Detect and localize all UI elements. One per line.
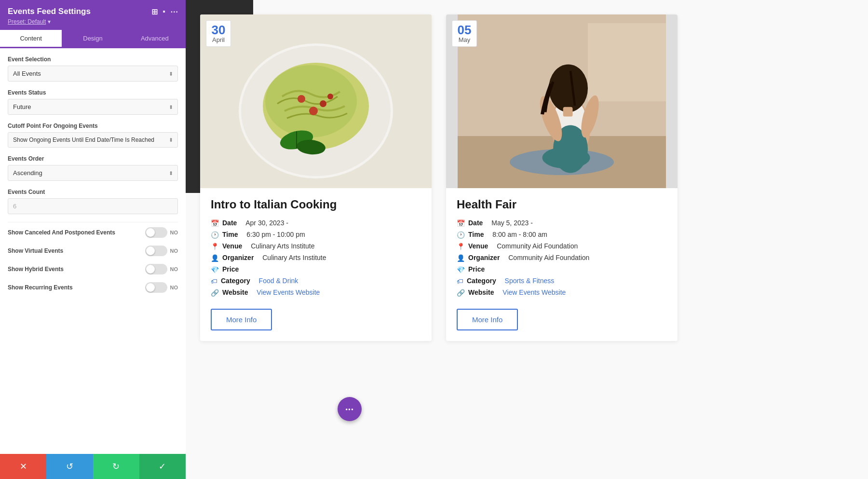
show-canceled-toggle[interactable]: NO	[145, 227, 178, 238]
event-image-1: 30 April	[200, 14, 432, 188]
date-value-1: Apr 30, 2023 -	[245, 219, 288, 227]
person-icon-2: 👤	[457, 254, 465, 262]
events-count-group: Events Count	[8, 189, 178, 214]
event-selection-select[interactable]: All Events Specific Events By Category	[8, 66, 178, 82]
event-title-2: Health Fair	[457, 198, 667, 211]
show-virtual-row: Show Virtual Events NO	[8, 246, 178, 256]
event-card-2: 05 May Health Fair 📅 Date May 5, 2023 - …	[446, 14, 678, 341]
date-month-2: May	[457, 36, 472, 43]
show-virtual-switch[interactable]	[145, 246, 167, 256]
event-detail-website-2: 🔗 Website View Events Website	[457, 288, 667, 297]
organizer-value-2: Community Aid Foundation	[508, 254, 589, 261]
category-link-1[interactable]: Food & Drink	[259, 277, 298, 285]
event-detail-category-1: 🏷 Category Food & Drink	[211, 277, 421, 285]
price-label-2: Price	[468, 265, 485, 273]
save-button[interactable]: ✓	[139, 454, 186, 479]
show-recurring-label: Show Recurring Events	[8, 284, 73, 291]
event-selection-label: Event Selection	[8, 56, 178, 63]
cancel-button[interactable]: ✕	[0, 454, 46, 479]
menu-icon[interactable]: ⋯	[170, 7, 178, 16]
save-icon: ✓	[159, 461, 166, 472]
time-label-2: Time	[468, 231, 484, 238]
website-icon-2: 🔗	[457, 289, 465, 297]
show-virtual-knob	[146, 246, 155, 255]
reset-icon: ↺	[66, 461, 73, 472]
date-day-1: 30	[211, 24, 226, 36]
website-link-2[interactable]: View Events Website	[502, 288, 566, 296]
show-virtual-no: NO	[170, 248, 178, 254]
panel-title: Events Feed Settings	[8, 7, 91, 16]
events-status-group: Events Status Future Past All	[8, 89, 178, 115]
time-value-2: 8:00 am - 8:00 am	[492, 231, 547, 238]
panel-footer: ✕ ↺ ↻ ✓	[0, 454, 186, 479]
show-recurring-row: Show Recurring Events NO	[8, 282, 178, 293]
event-card-1: 30 April Intro to Italian Cooking 📅 Date…	[200, 14, 432, 341]
category-label-1: Category	[221, 277, 250, 285]
tab-content[interactable]: Content	[0, 30, 62, 48]
category-link-2[interactable]: Sports & Fitness	[505, 277, 555, 285]
show-recurring-no: NO	[170, 285, 178, 290]
show-canceled-switch[interactable]	[145, 227, 167, 238]
show-recurring-switch[interactable]	[145, 282, 167, 293]
events-status-select[interactable]: Future Past All	[8, 99, 178, 115]
fab-button[interactable]: ●●●	[338, 397, 362, 421]
tab-design[interactable]: Design	[62, 30, 123, 48]
panel-header: Events Feed Settings ⊞ ▪ ⋯ Preset: Defau…	[0, 0, 186, 30]
event-title-1: Intro to Italian Cooking	[211, 198, 421, 211]
columns-icon[interactable]: ▪	[163, 7, 165, 16]
events-grid: 30 April Intro to Italian Cooking 📅 Date…	[200, 14, 854, 341]
venue-label-1: Venue	[222, 242, 242, 250]
more-info-button-1[interactable]: More Info	[211, 309, 272, 330]
svg-point-5	[298, 95, 305, 103]
svg-point-23	[542, 147, 590, 169]
events-status-label: Events Status	[8, 89, 178, 96]
date-month-1: April	[211, 36, 226, 43]
event-body-2: Health Fair 📅 Date May 5, 2023 - 🕐 Time …	[446, 188, 678, 341]
more-info-button-2[interactable]: More Info	[457, 309, 518, 330]
category-label-2: Category	[467, 277, 496, 285]
clock-icon-2: 🕐	[457, 231, 465, 239]
show-canceled-knob	[146, 228, 155, 237]
events-order-select[interactable]: Ascending Descending	[8, 165, 178, 181]
event-detail-time-1: 🕐 Time 6:30 pm - 10:00 pm	[211, 231, 421, 239]
category-icon-2: 🏷	[457, 277, 463, 285]
show-recurring-toggle[interactable]: NO	[145, 282, 178, 293]
events-order-label: Events Order	[8, 155, 178, 162]
event-detail-date-1: 📅 Date Apr 30, 2023 -	[211, 219, 421, 227]
expand-icon[interactable]: ⊞	[151, 7, 158, 16]
price-label-1: Price	[222, 265, 239, 273]
svg-point-7	[309, 107, 318, 115]
date-day-2: 05	[457, 24, 472, 36]
preset-row[interactable]: Preset: Default ▾	[8, 16, 178, 30]
event-detail-website-1: 🔗 Website View Events Website	[211, 288, 421, 297]
price-icon-2: 💎	[457, 266, 465, 274]
show-hybrid-knob	[146, 265, 155, 274]
website-label-2: Website	[468, 288, 494, 296]
time-label-1: Time	[222, 231, 238, 238]
cutoff-point-label: Cutoff Point For Ongoing Events	[8, 123, 178, 129]
event-selection-select-wrap: All Events Specific Events By Category	[8, 66, 178, 82]
show-virtual-label: Show Virtual Events	[8, 247, 63, 254]
cutoff-point-select[interactable]: Show Ongoing Events Until End Date/Time …	[8, 132, 178, 148]
svg-rect-14	[588, 23, 666, 101]
event-body-1: Intro to Italian Cooking 📅 Date Apr 30, …	[200, 188, 432, 341]
website-link-1[interactable]: View Events Website	[257, 288, 320, 296]
food-image-svg	[200, 14, 432, 188]
events-count-input[interactable]	[8, 198, 178, 214]
show-virtual-toggle[interactable]: NO	[145, 246, 178, 256]
panel-body: Event Selection All Events Specific Even…	[0, 48, 186, 454]
category-icon-1: 🏷	[211, 277, 217, 285]
panel-header-icons: ⊞ ▪ ⋯	[151, 7, 178, 16]
tab-advanced[interactable]: Advanced	[124, 30, 186, 48]
person-icon-1: 👤	[211, 254, 219, 262]
svg-point-4	[265, 65, 357, 137]
reset-button[interactable]: ↺	[46, 454, 93, 479]
redo-button[interactable]: ↻	[93, 454, 139, 479]
svg-rect-22	[563, 107, 573, 117]
calendar-icon-2: 📅	[457, 219, 465, 227]
show-hybrid-switch[interactable]	[145, 264, 167, 274]
event-detail-date-2: 📅 Date May 5, 2023 -	[457, 219, 667, 227]
website-icon-1: 🔗	[211, 289, 219, 297]
show-hybrid-toggle[interactable]: NO	[145, 264, 178, 274]
location-icon-2: 📍	[457, 243, 465, 250]
